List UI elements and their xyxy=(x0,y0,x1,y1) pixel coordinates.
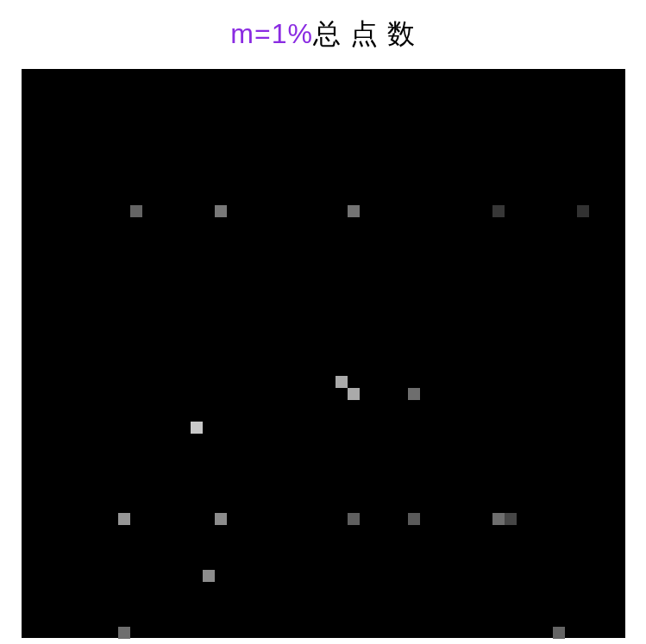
data-point xyxy=(203,570,215,582)
data-point xyxy=(336,376,348,388)
data-point xyxy=(215,513,227,525)
data-point xyxy=(118,627,130,639)
title-text: 总 点 数 xyxy=(313,18,416,49)
data-point xyxy=(505,513,517,525)
chart-canvas xyxy=(22,69,625,638)
data-point xyxy=(118,513,130,525)
data-point xyxy=(215,205,227,217)
data-point xyxy=(577,205,589,217)
data-point xyxy=(348,513,360,525)
chart-title: m=1%总 点 数 xyxy=(230,16,415,53)
data-point xyxy=(492,205,505,217)
data-point xyxy=(492,513,505,525)
data-point xyxy=(348,205,360,217)
data-point xyxy=(408,513,420,525)
data-point xyxy=(130,205,142,217)
data-point xyxy=(553,627,565,639)
data-point xyxy=(408,388,420,400)
title-formula: m=1% xyxy=(230,18,313,49)
data-point xyxy=(191,422,203,434)
data-point xyxy=(348,388,360,400)
